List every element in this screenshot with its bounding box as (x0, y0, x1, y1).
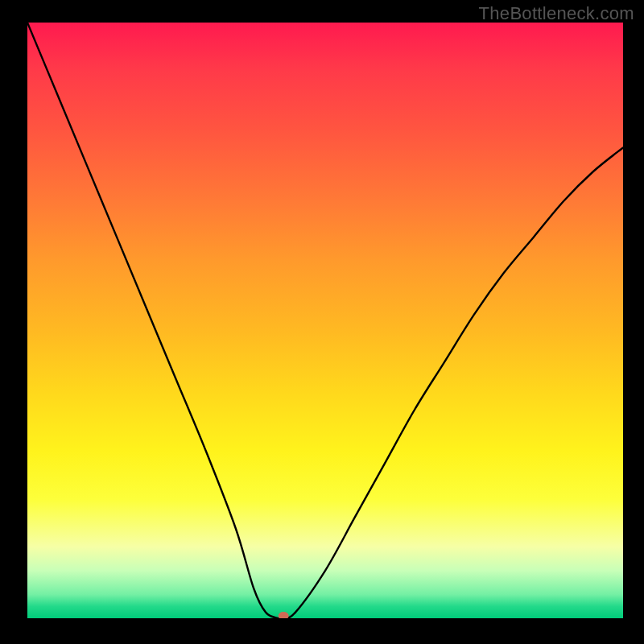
bottleneck-curve (27, 23, 623, 618)
chart-svg (27, 23, 623, 618)
watermark-text: TheBottleneck.com (479, 3, 634, 24)
optimum-marker (279, 612, 289, 618)
